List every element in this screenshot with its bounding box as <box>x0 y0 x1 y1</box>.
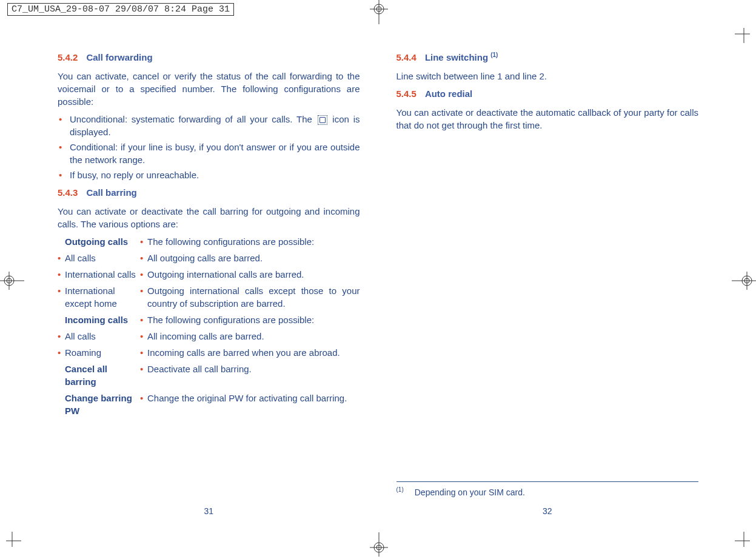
option-row: Change barring PW•Change the original PW… <box>58 392 360 417</box>
bullet-dot-icon: • <box>140 252 147 264</box>
option-label: •All calls <box>58 252 140 264</box>
bullet-dot-icon <box>58 392 65 417</box>
right-page: 5.4.4Line switching (1) Line switch betw… <box>396 49 699 510</box>
page-spread: 5.4.2Call forwarding You can activate, c… <box>58 49 698 510</box>
bullet-dot-icon: • <box>58 268 65 281</box>
bullet-dot-icon: • <box>140 392 147 417</box>
bullet-dot-icon: • <box>58 141 70 166</box>
option-label-text: International except home <box>65 284 140 310</box>
section-5-4-5-heading: 5.4.5Auto redial <box>396 87 699 100</box>
option-description: •Outgoing international calls are barred… <box>140 268 360 281</box>
option-description: •The following configurations are possib… <box>140 235 360 248</box>
registration-mark-top <box>370 0 388 27</box>
forward-icon <box>318 115 327 125</box>
option-label-text: Roaming <box>65 346 140 359</box>
option-description-text: The following configurations are possibl… <box>147 235 360 248</box>
bullet-dot-icon: • <box>58 113 70 138</box>
option-label-text: All calls <box>65 330 140 343</box>
bullet-dot-icon: • <box>140 363 147 388</box>
option-label: Change barring PW <box>58 392 140 417</box>
section-5-4-2-intro: You can activate, cancel or verify the s… <box>58 70 360 108</box>
option-description: •All outgoing calls are barred. <box>140 252 360 264</box>
section-5-4-3-intro: You can activate or deactivate the call … <box>58 205 360 230</box>
option-description-text: Outgoing international calls except thos… <box>147 284 360 310</box>
page-number-right: 32 <box>543 506 552 518</box>
footnote-text: Depending on your SIM card. <box>415 487 525 497</box>
option-label-text: International calls <box>65 268 140 281</box>
section-title: Auto redial <box>425 89 472 99</box>
print-header: C7_UM_USA_29-08-07 29/08/07 8:24 Page 31 <box>7 3 234 16</box>
bullet-item: • If busy, no reply or unreachable. <box>58 169 360 181</box>
bullet-text: Conditional: if your line is busy, if yo… <box>70 141 360 166</box>
bullet-text: If busy, no reply or unreachable. <box>70 169 360 181</box>
option-label: •Roaming <box>58 346 140 359</box>
option-description-text: The following configurations are possibl… <box>147 313 360 326</box>
option-description: •The following configurations are possib… <box>140 313 360 326</box>
bullet-dot-icon: • <box>140 313 147 326</box>
registration-mark-left <box>0 272 24 292</box>
section-5-4-2-bullets: • Unconditional: systematic forwarding o… <box>58 113 360 181</box>
section-5-4-2-heading: 5.4.2Call forwarding <box>58 51 360 64</box>
bullet-dot-icon: • <box>140 346 147 359</box>
call-barring-options: Outgoing calls•The following configurati… <box>58 235 360 417</box>
option-label: Cancel all barring <box>58 363 140 388</box>
option-row: Cancel all barring•Deactivate all call b… <box>58 363 360 388</box>
section-5-4-4-body: Line switch between line 1 and line 2. <box>396 70 699 82</box>
bullet-dot-icon: • <box>58 252 65 264</box>
crop-mark-br <box>720 517 750 547</box>
bullet-item: • Conditional: if your line is busy, if … <box>58 141 360 166</box>
option-label-text: All calls <box>65 252 140 264</box>
option-label: •International calls <box>58 268 140 281</box>
bullet-dot-icon: • <box>140 235 147 248</box>
option-description-text: Outgoing international calls are barred. <box>147 268 360 281</box>
option-description: •Incoming calls are barred when you are … <box>140 346 360 359</box>
footnote-marker: (1) <box>490 52 498 58</box>
option-description-text: Deactivate all call barring. <box>147 363 360 388</box>
option-description-text: All outgoing calls are barred. <box>147 252 360 264</box>
section-number: 5.4.5 <box>396 89 416 99</box>
option-row: •All calls•All incoming calls are barred… <box>58 330 360 343</box>
option-description-text: Change the original PW for activating ca… <box>147 392 360 417</box>
bullet-dot-icon <box>58 363 65 388</box>
footnote-marker: (1) <box>396 486 404 493</box>
section-5-4-5-body: You can activate or deactivate the autom… <box>396 106 699 132</box>
section-number: 5.4.3 <box>58 187 78 198</box>
section-title: Call forwarding <box>86 52 152 62</box>
bullet-dot-icon: • <box>140 284 147 310</box>
option-label-text: Incoming calls <box>65 313 140 326</box>
crop-mark-bl <box>6 517 36 547</box>
option-row: •International calls•Outgoing internatio… <box>58 268 360 281</box>
section-number: 5.4.2 <box>58 52 78 62</box>
option-row: •International except home•Outgoing inte… <box>58 284 360 310</box>
bullet-dot-icon <box>58 235 65 248</box>
option-row: Outgoing calls•The following configurati… <box>58 235 360 248</box>
section-5-4-3-heading: 5.4.3Call barring <box>58 186 360 199</box>
registration-mark-right <box>732 272 756 292</box>
option-label-text: Cancel all barring <box>65 363 140 388</box>
bullet-dot-icon: • <box>140 330 147 343</box>
bullet-dot-icon: • <box>140 268 147 281</box>
bullet-item: • Unconditional: systematic forwarding o… <box>58 113 360 138</box>
option-row: •All calls•All outgoing calls are barred… <box>58 252 360 264</box>
left-page: 5.4.2Call forwarding You can activate, c… <box>58 49 360 510</box>
registration-mark-bottom <box>370 532 388 559</box>
section-title: Line switching <box>425 52 490 62</box>
option-label: Outgoing calls <box>58 235 140 248</box>
bullet-text: Unconditional: systematic forwarding of … <box>70 113 360 138</box>
bullet-text-part: Unconditional: systematic forwarding of … <box>70 114 316 124</box>
footnote: (1)Depending on your SIM card. <box>396 481 699 498</box>
crop-mark-tr <box>720 28 750 58</box>
option-label: •All calls <box>58 330 140 343</box>
option-label-text: Change barring PW <box>65 392 140 417</box>
bullet-dot-icon: • <box>58 169 70 181</box>
option-row: Incoming calls•The following configurati… <box>58 313 360 326</box>
section-title: Call barring <box>86 187 136 198</box>
section-5-4-4-heading: 5.4.4Line switching (1) <box>396 51 699 64</box>
option-label: Incoming calls <box>58 313 140 326</box>
page-number-left: 31 <box>204 506 213 518</box>
bullet-dot-icon: • <box>58 346 65 359</box>
option-row: •Roaming•Incoming calls are barred when … <box>58 346 360 359</box>
option-description: •Deactivate all call barring. <box>140 363 360 388</box>
section-number: 5.4.4 <box>396 52 416 62</box>
bullet-dot-icon: • <box>58 284 65 310</box>
